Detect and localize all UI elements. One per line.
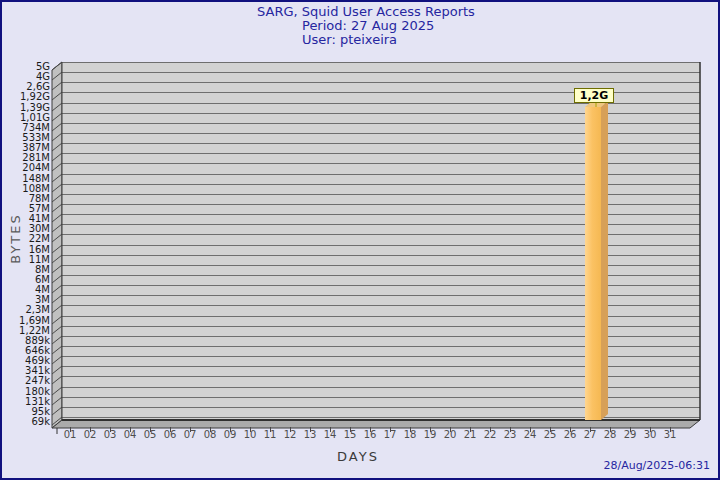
generation-timestamp: 28/Aug/2025-06:31 — [603, 459, 710, 472]
x-axis-tick-labels: 0102030405060708091011121314151617181920… — [0, 0, 720, 480]
x-tick-label: 31 — [655, 429, 685, 440]
bar-value-label: 1,2G — [574, 88, 614, 103]
sarg-report-chart: SARG, Squid User Access Reports Period: … — [0, 0, 720, 480]
